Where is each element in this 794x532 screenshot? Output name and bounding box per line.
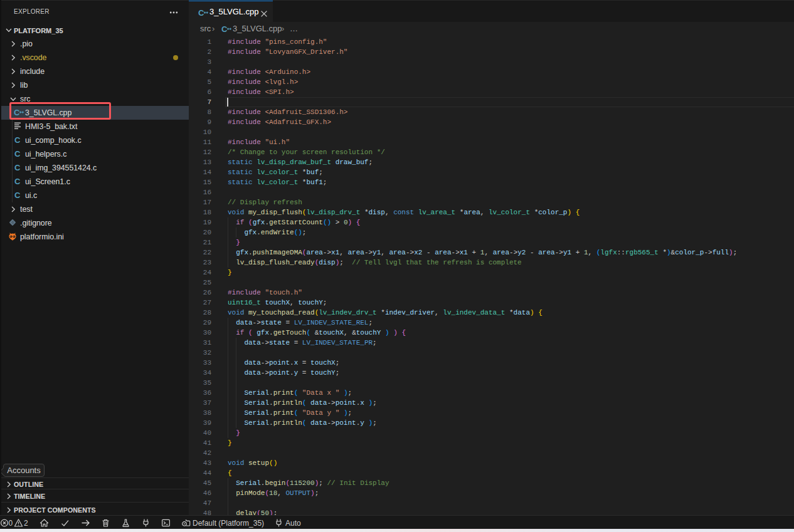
svg-text:C: C [14, 190, 21, 199]
svg-text:C: C [14, 163, 21, 172]
svg-text:C: C [14, 177, 21, 185]
svg-text:C: C [14, 149, 21, 158]
svg-text:C: C [221, 24, 228, 34]
svg-text:C: C [14, 135, 21, 144]
svg-text:C: C [198, 8, 204, 18]
